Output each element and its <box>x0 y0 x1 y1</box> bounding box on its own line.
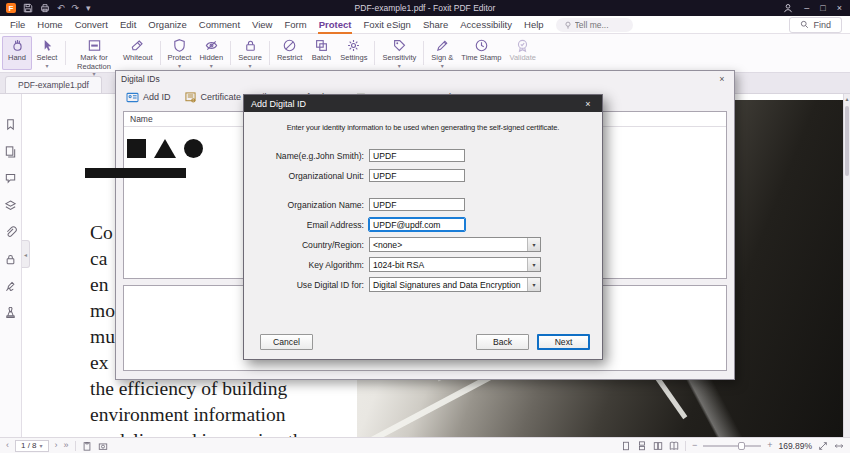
tool-whiteout[interactable]: Whiteout <box>119 36 157 70</box>
triangle-shape <box>154 139 176 158</box>
tool-secure[interactable]: Secure▾ <box>234 36 266 70</box>
navigation-rail <box>0 94 22 437</box>
account-button[interactable] <box>783 3 793 13</box>
zoom-in-button[interactable]: + <box>767 441 772 450</box>
stamps-icon[interactable] <box>4 307 17 320</box>
tool-batch[interactable]: Batch <box>306 36 336 70</box>
tool-time-stamp[interactable]: Time Stamp <box>457 36 505 70</box>
continuous-view-button[interactable] <box>637 441 647 451</box>
menu-share[interactable]: Share <box>417 16 454 34</box>
tool-protect[interactable]: Protect▾ <box>164 36 196 70</box>
tell-me-input[interactable] <box>575 20 625 30</box>
clipboard-button[interactable] <box>82 441 92 451</box>
redo-button[interactable]: ↷ <box>72 4 80 13</box>
chevron-down-icon[interactable]: ▾ <box>527 278 540 291</box>
key-algorithm-select[interactable]: 1024-bit RSA ▾ <box>369 257 541 272</box>
add-id-button[interactable]: Add ID <box>126 92 171 103</box>
menu-convert[interactable]: Convert <box>69 16 114 34</box>
organization-name-field[interactable] <box>369 198 465 211</box>
menu-comment[interactable]: Comment <box>193 16 246 34</box>
digital-ids-close-button[interactable]: × <box>715 74 729 84</box>
digital-signatures-icon[interactable] <box>4 280 17 293</box>
tool-select[interactable]: Select▾ <box>32 36 62 70</box>
layers-icon[interactable] <box>4 199 17 212</box>
panel-collapse-handle[interactable]: ◂ <box>22 240 30 268</box>
back-button[interactable]: Back <box>476 334 529 350</box>
dialog-title: Add Digital ID <box>251 99 306 109</box>
previous-page-button[interactable]: ‹ <box>6 441 9 450</box>
quick-access-caret-icon[interactable]: ▾ <box>86 4 91 13</box>
menu-accessibility[interactable]: Accessibility <box>454 16 518 34</box>
menu-view[interactable]: View <box>246 16 278 34</box>
zoom-out-button[interactable]: − <box>692 441 697 450</box>
maximize-button[interactable]: □ <box>820 3 825 13</box>
next-button[interactable]: Next <box>537 334 590 350</box>
undo-button[interactable]: ↶ <box>57 4 65 13</box>
tool-sign-certify[interactable]: Sign &▾ <box>427 36 457 70</box>
email-address-field[interactable] <box>369 218 465 231</box>
facing-view-button[interactable] <box>653 441 663 451</box>
ribbon-separator <box>65 41 66 65</box>
caret-down-icon: ▾ <box>178 63 181 70</box>
chevron-down-icon[interactable]: ▾ <box>527 258 540 271</box>
country-region-select[interactable]: <none> ▾ <box>369 237 541 252</box>
zoom-slider-knob[interactable] <box>738 442 745 450</box>
name-field[interactable] <box>369 149 465 162</box>
save-button[interactable] <box>23 3 33 13</box>
menu-organize[interactable]: Organize <box>142 16 193 34</box>
attachments-icon[interactable] <box>4 226 17 239</box>
menu-home[interactable]: Home <box>31 16 68 34</box>
sign-icon <box>435 38 450 53</box>
find-button[interactable]: Find <box>789 17 842 33</box>
bookmarks-icon[interactable] <box>4 118 17 131</box>
tool-settings[interactable]: Settings <box>336 36 371 70</box>
use-digital-id-select[interactable]: Digital Signatures and Data Encryption ▾ <box>369 277 541 292</box>
menu-file[interactable]: File <box>4 16 31 34</box>
use-digital-id-value: Digital Signatures and Data Encryption <box>373 280 521 290</box>
cancel-button[interactable]: Cancel <box>260 334 313 350</box>
window-title: PDF-example1.pdf - Foxit PDF Editor <box>0 3 850 13</box>
caret-down-icon: ▾ <box>398 63 401 70</box>
book-view-button[interactable] <box>669 441 679 451</box>
fit-page-button[interactable] <box>818 441 828 451</box>
print-button[interactable] <box>40 3 50 13</box>
menu-help[interactable]: Help <box>518 16 550 34</box>
scrollbar-thumb[interactable] <box>845 106 849 176</box>
tool-hidden-data[interactable]: Hidden▾ <box>195 36 227 70</box>
tool-hand[interactable]: Hand <box>2 36 32 70</box>
zoom-slider[interactable] <box>703 445 761 447</box>
security-icon[interactable] <box>4 253 17 266</box>
scroll-up-icon[interactable]: ▴ <box>844 94 850 104</box>
quick-access-toolbar: F ↶ ↷ ▾ <box>0 3 97 13</box>
menu-edit[interactable]: Edit <box>114 16 142 34</box>
single-page-view-button[interactable] <box>621 441 631 451</box>
tool-restrict[interactable]: Restrict <box>273 36 306 70</box>
menu-foxit-esign[interactable]: Foxit eSign <box>357 16 417 34</box>
comments-icon[interactable] <box>4 172 17 185</box>
close-button[interactable]: × <box>837 3 842 13</box>
menu-protect[interactable]: Protect <box>313 16 358 34</box>
page-indicator-value: 1 / 8 <box>21 441 37 450</box>
page-thumbnails-icon[interactable] <box>4 145 17 158</box>
find-label: Find <box>813 20 831 30</box>
vertical-scrollbar[interactable]: ▴ <box>843 94 850 437</box>
snapshot-button[interactable] <box>98 441 108 451</box>
menu-form[interactable]: Form <box>278 16 312 34</box>
chevron-down-icon[interactable]: ▾ <box>527 238 540 251</box>
field-row-country: Country/Region: <none> ▾ <box>244 236 602 253</box>
dialog-buttons: Cancel Back Next <box>260 334 590 350</box>
next-page-button[interactable]: › <box>55 441 58 450</box>
last-page-button[interactable]: » <box>64 441 69 450</box>
tell-me-search[interactable] <box>556 18 633 32</box>
organizational-unit-field[interactable] <box>369 169 465 182</box>
zoom-level[interactable]: 169.89% <box>778 441 812 451</box>
validate-icon <box>515 38 530 53</box>
page-indicator[interactable]: 1 / 8 ▾ <box>15 440 49 452</box>
tool-mark-for-redaction[interactable]: Mark for Redaction▾ <box>69 36 119 70</box>
tool-sensitivity[interactable]: Sensitivity▾ <box>378 36 420 70</box>
tool-label: Time Stamp <box>461 54 501 63</box>
document-tab[interactable]: PDF-example1.pdf <box>5 76 102 93</box>
fit-width-button[interactable] <box>834 441 844 451</box>
dialog-close-button[interactable]: × <box>581 99 595 109</box>
minimize-button[interactable]: – <box>804 3 809 13</box>
